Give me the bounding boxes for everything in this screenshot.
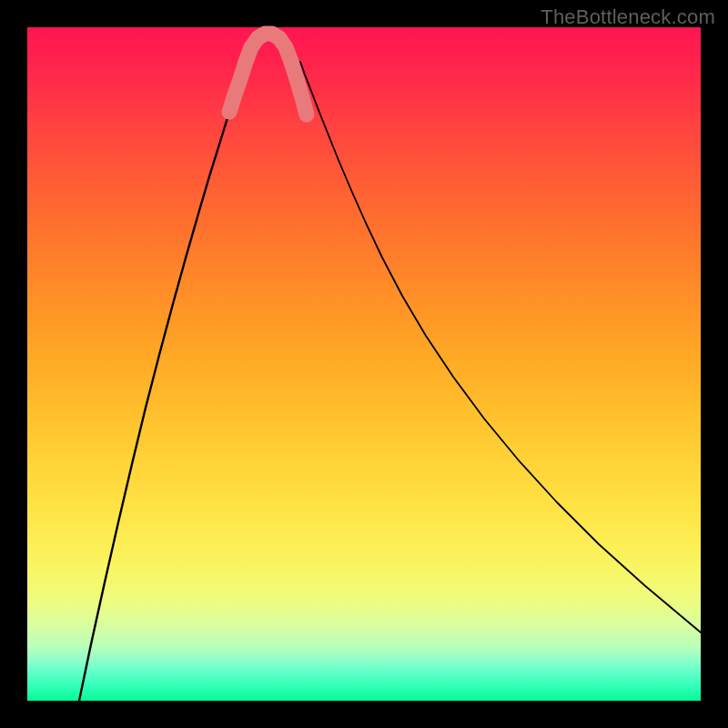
chart-frame: TheBottleneck.com [0, 0, 728, 728]
curve-u-highlight [229, 34, 307, 115]
watermark-label: TheBottleneck.com [541, 5, 715, 29]
curve-right-branch [300, 62, 701, 632]
curves-layer [27, 27, 701, 701]
curve-left-branch [79, 62, 246, 701]
plot-area [27, 27, 701, 701]
